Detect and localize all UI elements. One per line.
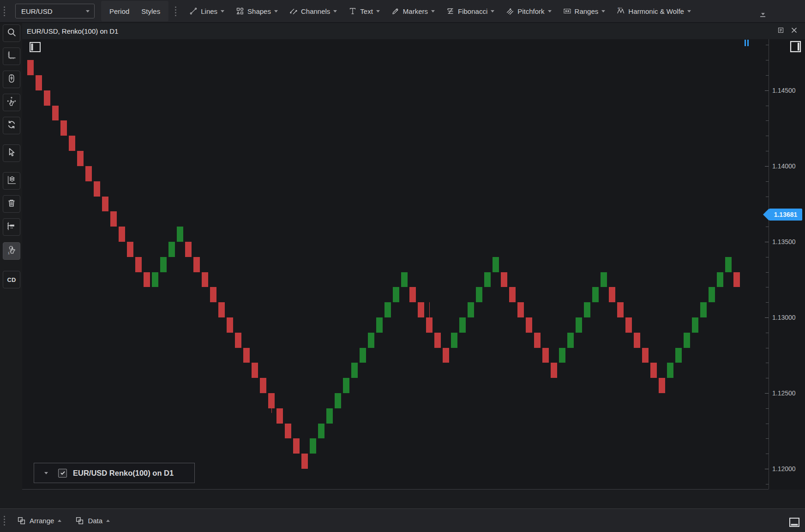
panel-bottom-toggle-icon[interactable] — [789, 517, 800, 530]
harmonic-icon: ABCD — [617, 7, 625, 15]
shapes-icon — [236, 7, 244, 15]
data-label: Data — [88, 517, 102, 525]
chevron-down-icon[interactable] — [491, 10, 494, 12]
tool-lines[interactable]: Lines — [189, 7, 224, 15]
pan-hand-icon — [6, 96, 17, 108]
symbol-select[interactable]: EUR/USD — [15, 4, 95, 18]
chevron-down-icon[interactable] — [376, 10, 380, 12]
period-styles-group: Period Styles — [101, 1, 168, 21]
tool-harmonic-wolfe[interactable]: ABCDHarmonic & Wolfe — [617, 7, 691, 15]
drawing-tools-group: LinesShapesChannelsTextMarkersFibonacciP… — [189, 7, 691, 15]
sidebar-tool-sync[interactable] — [3, 117, 20, 134]
tool-label: Channels — [301, 7, 330, 15]
chevron-up-icon — [58, 520, 61, 522]
chart-canvas[interactable] — [22, 39, 805, 489]
chevron-up-icon — [106, 520, 110, 522]
tool-label: Shapes — [247, 7, 271, 15]
close-icon[interactable] — [791, 27, 798, 36]
toolbar-overflow-button[interactable] — [760, 13, 765, 17]
tool-pitchfork[interactable]: Pitchfork — [506, 7, 551, 15]
trash-icon — [6, 198, 17, 210]
sidebar-tool-cursor[interactable] — [3, 144, 20, 162]
toolbar-drag-handle-icon[interactable] — [4, 6, 5, 16]
sidebar-tool-order-levels[interactable] — [3, 218, 20, 236]
chevron-down-icon[interactable] — [601, 10, 605, 12]
arrange-icon — [17, 516, 26, 525]
tool-text[interactable]: Text — [348, 7, 380, 15]
order-levels-icon — [6, 221, 17, 233]
marker-icon — [391, 7, 400, 15]
price-tag-arrow — [763, 209, 769, 221]
bottom-bar: Arrange Data — [0, 508, 805, 532]
chevron-down-icon — [761, 13, 765, 15]
chevron-down-icon[interactable] — [274, 10, 278, 12]
svg-text:1: 1 — [8, 251, 10, 255]
sidebar-tool-search[interactable] — [3, 24, 20, 42]
tool-ranges[interactable]: Ranges — [563, 7, 606, 15]
cd-icon: CD — [7, 276, 16, 283]
sidebar-tool-axes-scale[interactable] — [3, 48, 20, 65]
tool-label: Pitchfork — [517, 7, 544, 15]
chart-window-title: EUR/USD, Renko(100) on D1 — [27, 27, 118, 35]
current-price-value: 1.13681 — [774, 211, 798, 218]
pitchfork-icon — [506, 7, 514, 15]
bottombar-drag-handle-icon[interactable] — [4, 516, 5, 526]
mouse-wheel-icon — [6, 73, 17, 85]
data-icon — [75, 516, 84, 525]
arrange-label: Arrange — [30, 517, 54, 525]
tool-label: Text — [360, 7, 373, 15]
chevron-down-icon[interactable] — [431, 10, 435, 12]
price-axis[interactable] — [769, 39, 769, 489]
left-tool-sidebar: 1CD — [0, 23, 22, 532]
tool-channels[interactable]: Channels — [289, 7, 337, 15]
tool-label: Harmonic & Wolfe — [628, 7, 684, 15]
symbol-select-value: EUR/USD — [21, 7, 53, 15]
tool-label: Lines — [201, 7, 217, 15]
sidebar-tool-mouse-wheel[interactable] — [3, 71, 20, 88]
chevron-down-icon[interactable] — [333, 10, 337, 12]
svg-text:ABCD: ABCD — [618, 7, 622, 9]
channels-icon — [289, 7, 298, 15]
tool-markers[interactable]: Markers — [391, 7, 435, 15]
sidebar-tool-layers[interactable] — [3, 172, 20, 190]
layers-icon — [6, 175, 17, 187]
sidebar-tool-cd[interactable]: CD — [3, 271, 20, 288]
sidebar-tool-pan-hand[interactable] — [3, 94, 20, 111]
panel-left-toggle-icon[interactable] — [29, 42, 41, 54]
line-icon — [189, 7, 198, 15]
legend-expand-icon[interactable] — [44, 472, 48, 474]
ranges-icon — [563, 7, 571, 15]
legend-visibility-checkbox[interactable] — [58, 469, 67, 478]
sync-icon — [6, 120, 17, 132]
cursor-icon — [6, 147, 17, 159]
indicator-legend: EUR/USD Renko(100) on D1 — [34, 463, 195, 483]
window-restore-icon[interactable] — [777, 27, 784, 36]
sidebar-tool-one-click-trading[interactable]: 1 — [3, 242, 20, 260]
tool-label: Markers — [403, 7, 428, 15]
period-button[interactable]: Period — [109, 7, 129, 15]
time-axis-strip — [0, 490, 805, 508]
tool-fibonacci[interactable]: Fibonacci — [446, 7, 494, 15]
fibonacci-icon — [446, 7, 455, 15]
chevron-down-icon[interactable] — [548, 10, 552, 12]
tool-label: Ranges — [575, 7, 599, 15]
trading-app-window: EUR/USD Period Styles LinesShapesChannel… — [0, 0, 805, 532]
toolbar-drag-handle-icon[interactable] — [175, 6, 176, 16]
one-click-trading-icon: 1 — [6, 245, 17, 257]
text-icon — [348, 7, 357, 15]
tool-shapes[interactable]: Shapes — [236, 7, 278, 15]
top-toolbar: EUR/USD Period Styles LinesShapesChannel… — [0, 0, 805, 22]
styles-button[interactable]: Styles — [141, 7, 160, 15]
arrange-button[interactable]: Arrange — [17, 516, 61, 525]
search-icon — [6, 27, 17, 39]
panel-right-toggle-icon[interactable] — [790, 41, 801, 54]
sidebar-tool-trash[interactable] — [3, 195, 20, 213]
chevron-down-icon[interactable] — [687, 10, 691, 12]
chart-window-titlebar: EUR/USD, Renko(100) on D1 — [22, 23, 805, 40]
legend-label: EUR/USD Renko(100) on D1 — [73, 469, 174, 478]
chart-pause-indicator-icon — [745, 40, 749, 46]
axes-scale-icon — [6, 50, 17, 62]
data-button[interactable]: Data — [75, 516, 110, 525]
chevron-down-icon[interactable] — [221, 10, 224, 12]
tool-label: Fibonacci — [458, 7, 487, 15]
